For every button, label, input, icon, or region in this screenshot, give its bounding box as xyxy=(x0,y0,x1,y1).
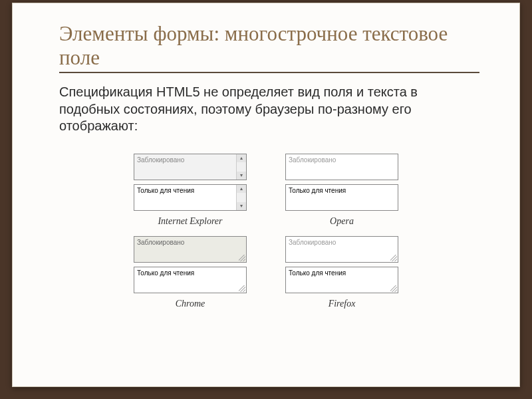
scrollbar-icon: ▴ ▾ xyxy=(236,185,246,210)
textarea-disabled-opera: Заблокировано xyxy=(285,154,398,180)
textarea-readonly-firefox: Только для чтения xyxy=(285,267,398,293)
browser-label-opera: Opera xyxy=(330,216,354,227)
opera-disabled-wrap: Заблокировано xyxy=(285,154,398,180)
slide-body: Спецификация HTML5 не определяет вид пол… xyxy=(13,77,519,135)
textarea-readonly-chrome: Только для чтения xyxy=(134,267,247,293)
ie-disabled-wrap: Заблокировано ▴ ▾ xyxy=(134,154,247,180)
chrome-readonly-wrap: Только для чтения xyxy=(134,267,247,293)
firefox-readonly-wrap: Только для чтения xyxy=(285,267,398,293)
row-bottom: Заблокировано Только для чтения Chrome З… xyxy=(124,236,408,313)
slide-title: Элементы формы: многострочное текстовое … xyxy=(59,22,479,69)
col-opera: Заблокировано Только для чтения Opera xyxy=(275,154,408,231)
textarea-readonly-ie: Только для чтения xyxy=(134,184,247,211)
resize-grip-icon xyxy=(239,255,245,261)
textarea-disabled-ie: Заблокировано xyxy=(134,154,247,180)
col-chrome: Заблокировано Только для чтения Chrome xyxy=(124,236,257,313)
browser-label-ie: Internet Explorer xyxy=(158,216,222,227)
resize-grip-icon xyxy=(390,255,397,261)
browser-label-firefox: Firefox xyxy=(329,299,356,309)
resize-grip-icon xyxy=(239,285,245,292)
col-ie: Заблокировано ▴ ▾ Только для чтения ▴ ▾ … xyxy=(124,154,257,231)
resize-grip-icon xyxy=(390,285,397,292)
textarea-disabled-firefox: Заблокировано xyxy=(285,236,398,263)
title-underline xyxy=(59,72,479,73)
scroll-down-icon: ▾ xyxy=(237,202,246,210)
row-top: Заблокировано ▴ ▾ Только для чтения ▴ ▾ … xyxy=(124,154,408,231)
textarea-disabled-chrome: Заблокировано xyxy=(134,236,247,263)
slide: Элементы формы: многострочное текстовое … xyxy=(12,3,520,387)
chrome-disabled-wrap: Заблокировано xyxy=(134,236,247,263)
scrollbar-icon: ▴ ▾ xyxy=(236,154,246,180)
firefox-disabled-wrap: Заблокировано xyxy=(285,236,398,263)
scroll-up-icon: ▴ xyxy=(237,154,246,162)
scroll-down-icon: ▾ xyxy=(237,172,246,180)
title-block: Элементы формы: многострочное текстовое … xyxy=(13,3,519,77)
examples-grid: Заблокировано ▴ ▾ Только для чтения ▴ ▾ … xyxy=(13,154,519,313)
ie-readonly-wrap: Только для чтения ▴ ▾ xyxy=(134,184,247,211)
scroll-up-icon: ▴ xyxy=(237,185,246,193)
browser-label-chrome: Chrome xyxy=(176,299,205,309)
textarea-readonly-opera: Только для чтения xyxy=(285,184,398,211)
opera-readonly-wrap: Только для чтения xyxy=(285,184,398,211)
col-firefox: Заблокировано Только для чтения Firefox xyxy=(275,236,408,313)
